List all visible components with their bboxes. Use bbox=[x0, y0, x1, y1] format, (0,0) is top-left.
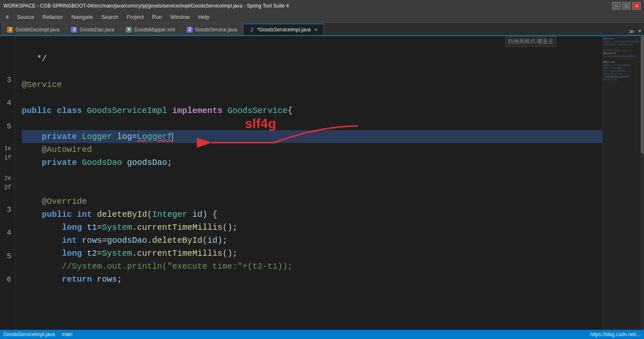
menu-it[interactable]: it bbox=[2, 12, 13, 22]
ln-3 bbox=[2, 63, 11, 74]
menu-window[interactable]: Window bbox=[166, 12, 194, 22]
code-line-18: //System.out.println("execute time:"+(t2… bbox=[22, 260, 602, 273]
maximize-button[interactable]: □ bbox=[622, 2, 631, 10]
ln-17 bbox=[2, 216, 11, 227]
ln-15 bbox=[2, 193, 11, 204]
scrollbar-track[interactable] bbox=[641, 36, 644, 330]
code-area[interactable]: */ @Service public class GoodsServiceImp… bbox=[15, 36, 602, 330]
ln-9 bbox=[2, 133, 11, 144]
ln-7 bbox=[2, 109, 11, 121]
ln-22: 6 bbox=[2, 274, 11, 286]
ln-21 bbox=[2, 262, 11, 274]
tab-label-goodsmapper: GoodsMapper.xml bbox=[134, 27, 175, 33]
ln-16: 3 bbox=[2, 204, 11, 216]
tab-icon-java3: J bbox=[187, 27, 193, 33]
menu-source[interactable]: Source bbox=[13, 12, 38, 22]
menu-navigate[interactable]: Navigate bbox=[67, 12, 97, 22]
code-line-12 bbox=[22, 182, 602, 195]
minimize-button[interactable]: − bbox=[612, 2, 621, 10]
tab-icon-java: J bbox=[7, 27, 13, 33]
ln-11: 1f bbox=[2, 154, 11, 163]
minimap-content: @Service public class GoodsServiceImpl i… bbox=[603, 36, 644, 83]
code-line-8: private Logger log=Loggerf bbox=[22, 130, 602, 143]
code-line-9: @Autowired bbox=[22, 143, 602, 156]
code-line-17: long t2=System.currentTimeMillis(); bbox=[22, 247, 602, 260]
ln-12 bbox=[2, 162, 11, 174]
tab-bar: J GoodsDaoImpl.java J GoodsDao.java ✕ Go… bbox=[0, 23, 644, 36]
title-bar-controls: − □ ✕ bbox=[612, 2, 641, 10]
code-line-5 bbox=[22, 91, 602, 104]
menu-refactor[interactable]: Refactor bbox=[38, 12, 67, 22]
menu-bar: it Source Refactor Navigate Search Proje… bbox=[0, 12, 644, 23]
ln-19 bbox=[2, 239, 11, 251]
code-line-19: return rows; bbox=[22, 273, 602, 286]
tab-label-goodsservice: GoodsService.java bbox=[195, 27, 237, 33]
tab-label: GoodsDaoImpl.java bbox=[15, 27, 59, 33]
editor: 3 4 5 1e 1f 2e 2f 3 4 5 6 */ @ bbox=[0, 36, 644, 330]
ln-5 bbox=[2, 86, 11, 98]
code-line-4: @Service bbox=[22, 78, 602, 91]
ln-4: 3 bbox=[2, 74, 11, 86]
tab-icon-java2: J bbox=[71, 27, 77, 33]
title-bar: WORKSPACE - CGB-SPRINGBOOT-04/src/main/j… bbox=[0, 0, 644, 12]
tab-label-goodsdao: GoodsDao.java bbox=[79, 27, 114, 33]
ln-13: 2e bbox=[2, 174, 11, 183]
tab-goodsserviceimpl[interactable]: J *GoodsServiceImpl.java ✕ bbox=[243, 23, 324, 35]
status-url: https://blog.csdn.net/... bbox=[590, 331, 641, 337]
ln-14: 2f bbox=[2, 183, 11, 193]
menu-search[interactable]: Search bbox=[97, 12, 122, 22]
status-filename: GoodsServiceImpl.java bbox=[3, 331, 55, 337]
title-bar-title: WORKSPACE - CGB-SPRINGBOOT-04/src/main/j… bbox=[3, 3, 289, 9]
tab-close-goodsserviceimpl[interactable]: ✕ bbox=[313, 27, 318, 33]
ln-20: 5 bbox=[2, 251, 11, 262]
code-line-11 bbox=[22, 169, 602, 182]
tab-goodsservice[interactable]: J GoodsService.java bbox=[181, 23, 243, 35]
tab-icon-java4: J bbox=[249, 27, 255, 33]
menu-run[interactable]: Run bbox=[148, 12, 166, 22]
ln-8: 5 bbox=[2, 121, 11, 133]
code-line-13: @Override bbox=[22, 195, 602, 208]
tab-overflow-button[interactable]: ≫ bbox=[627, 28, 636, 35]
ln-2 bbox=[2, 51, 11, 63]
code-line-16: int rows=goodsDao.deleteById(id); bbox=[22, 234, 602, 247]
code-line-10: private GoodsDao goodsDao; bbox=[22, 156, 602, 169]
code-line-6: public class GoodsServiceImpl implements… bbox=[22, 104, 602, 117]
tab-label-goodsserviceimpl: *GoodsServiceImpl.java bbox=[257, 27, 311, 33]
status-bar: GoodsServiceImpl.java main https://blog.… bbox=[0, 330, 644, 339]
tab-list-button[interactable]: ▾ bbox=[636, 27, 644, 35]
status-branch: main bbox=[61, 331, 72, 337]
code-line-14: public int deleteById(Integer id) { bbox=[22, 208, 602, 221]
menu-project[interactable]: Project bbox=[122, 12, 148, 22]
scrollbar-thumb[interactable] bbox=[641, 36, 644, 154]
close-button[interactable]: ✕ bbox=[632, 2, 641, 10]
code-line-15: long t1=System.currentTimeMillis(); bbox=[22, 221, 602, 234]
ln-6: 4 bbox=[2, 98, 11, 109]
tab-icon-xml: ✕ bbox=[126, 27, 132, 33]
code-line-2: */ bbox=[22, 52, 602, 65]
tab-goodsdaoimpl[interactable]: J GoodsDaoImpl.java bbox=[2, 23, 65, 35]
ln-18: 4 bbox=[2, 227, 11, 239]
ln-1 bbox=[2, 39, 11, 51]
annotation-slf4g-label: slf4g bbox=[245, 113, 276, 134]
minimap: @Service public class GoodsServiceImpl i… bbox=[602, 36, 644, 330]
code-line-7 bbox=[22, 117, 602, 130]
ln-10: 1e bbox=[2, 144, 11, 154]
tab-goodsdao[interactable]: J GoodsDao.java bbox=[66, 23, 120, 35]
code-line-3 bbox=[22, 65, 602, 78]
status-right: https://blog.csdn.net/... bbox=[590, 331, 641, 337]
tab-goodsmapper[interactable]: ✕ GoodsMapper.xml bbox=[120, 23, 180, 35]
menu-help[interactable]: Help bbox=[194, 12, 214, 22]
minimap-hint: 防抱死模式-覆盖主 bbox=[505, 36, 556, 47]
status-left: GoodsServiceImpl.java main bbox=[3, 331, 72, 337]
line-numbers: 3 4 5 1e 1f 2e 2f 3 4 5 6 bbox=[0, 36, 15, 330]
